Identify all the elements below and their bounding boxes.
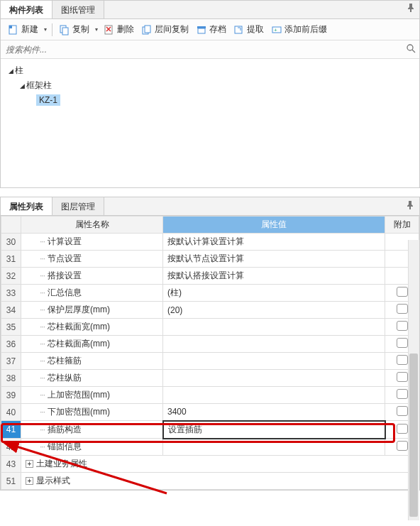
table-group-row[interactable]: 43+土建业务属性 [1,456,419,473]
expand-icon[interactable]: + [26,460,33,468]
svg-rect-2 [62,28,68,35]
new-label: 新建 [21,23,38,35]
table-row[interactable]: 37···芯柱箍筋 [1,353,419,370]
tab-layer-manage[interactable]: 图层管理 [52,197,104,215]
group-label-cell[interactable]: +土建业务属性 [21,456,419,473]
property-name-cell[interactable]: ···上加密范围(mm) [21,387,163,404]
checkbox[interactable] [397,406,408,416]
checkbox[interactable] [397,321,408,331]
scrollbar[interactable] [408,240,419,520]
table-row[interactable]: 31···节点设置按默认节点设置计算 [1,251,419,268]
header-name[interactable]: 属性名称 [21,217,163,234]
tab-drawing-manage[interactable]: 图纸管理 [52,1,104,18]
extract-icon [233,24,245,35]
copy-dropdown[interactable]: ▾ [94,26,99,33]
property-name-cell[interactable]: ···芯柱截面高(mm) [21,336,163,353]
property-value-cell[interactable] [163,353,385,370]
extract-button[interactable]: 提取 [231,22,267,37]
tab-component-list[interactable]: 构件列表 [1,1,52,18]
svg-rect-5 [145,26,150,33]
property-name-cell[interactable]: ···节点设置 [21,251,163,268]
new-icon [8,24,19,35]
property-name-cell[interactable]: ···计算设置 [21,234,163,251]
property-value-cell[interactable] [163,336,385,353]
property-value-cell[interactable]: 按默认搭接设置计算 [163,268,385,285]
checkbox[interactable] [397,441,408,451]
table-row[interactable]: 36···芯柱截面高(mm) [1,336,419,353]
table-row[interactable]: 34···保护层厚度(mm)(20) [1,302,419,319]
table-row[interactable]: 40···下加密范围(mm)3400 [1,404,419,421]
archive-button[interactable]: 存档 [193,22,229,37]
row-num: 30 [1,234,21,251]
checkbox[interactable] [397,424,408,434]
tree-node-column[interactable]: ◢ 柱 [6,63,414,78]
delete-icon [104,24,115,35]
table-row[interactable]: 38···芯柱纵筋 [1,370,419,387]
header-row-num [1,217,21,234]
row-num: 40 [1,404,21,421]
property-value-cell[interactable]: (柱) [163,285,385,302]
extract-label: 提取 [247,23,264,35]
new-button[interactable]: 新建 [5,22,41,37]
checkbox[interactable] [397,372,408,382]
copy-label: 复制 [72,23,89,35]
checkbox[interactable] [397,287,408,297]
search-row [1,40,419,59]
table-row[interactable]: 35···芯柱截面宽(mm) [1,319,419,336]
delete-button[interactable]: 删除 [101,22,137,37]
property-value-cell[interactable] [163,319,385,336]
property-value-cell[interactable]: 按默认计算设置计算 [163,234,385,251]
row-num: 42 [1,439,21,456]
group-label-cell[interactable]: +显示样式 [21,473,419,490]
table-row[interactable]: 39···上加密范围(mm) [1,387,419,404]
tree-node-frame-column[interactable]: ◢ 框架柱 [6,78,414,93]
checkbox[interactable] [397,355,408,365]
copy-button[interactable]: 复制 [56,22,92,37]
tab-property-list[interactable]: 属性列表 [1,197,52,215]
table-row[interactable]: 33···汇总信息(柱) [1,285,419,302]
checkbox[interactable] [397,304,408,314]
table-row[interactable]: 32···搭接设置按默认搭接设置计算 [1,268,419,285]
scrollbar-thumb[interactable] [409,354,418,517]
table-group-row[interactable]: 51+显示样式 [1,473,419,490]
table-row[interactable]: 41···插筋构造设置插筋 [1,421,419,439]
property-name-cell[interactable]: ···插筋构造 [21,421,163,439]
prefix-suffix-label: 添加前后缀 [284,23,327,35]
property-value-cell[interactable]: 按默认节点设置计算 [163,251,385,268]
property-value-cell[interactable]: (20) [163,302,385,319]
property-value-cell[interactable] [163,387,385,404]
tree-node-kz1[interactable]: KZ-1 [6,93,414,107]
svg-line-12 [412,50,415,53]
property-value-cell[interactable]: 设置插筋 [163,421,385,439]
property-name-cell[interactable]: ···芯柱箍筋 [21,353,163,370]
property-name-cell[interactable]: ···汇总信息 [21,285,163,302]
header-extra[interactable]: 附加 [385,217,419,234]
header-value[interactable]: 属性值 [163,217,385,234]
expand-icon[interactable]: + [26,477,33,485]
row-num: 35 [1,319,21,336]
row-num: 33 [1,285,21,302]
prefix-suffix-button[interactable]: + 添加前后缀 [268,22,330,37]
checkbox[interactable] [397,389,408,399]
property-value-cell[interactable]: 3400 [163,404,385,421]
new-dropdown[interactable]: ▾ [43,26,48,33]
pin-icon[interactable] [406,3,417,14]
table-row[interactable]: 30···计算设置按默认计算设置计算 [1,234,419,251]
collapse-icon[interactable]: ◢ [18,82,26,89]
property-name-cell[interactable]: ···锚固信息 [21,439,163,456]
search-input[interactable] [4,43,405,57]
checkbox[interactable] [397,338,408,348]
property-name-cell[interactable]: ···保护层厚度(mm) [21,302,163,319]
property-value-cell[interactable] [163,370,385,387]
property-value-cell[interactable] [163,439,385,456]
property-name-cell[interactable]: ···芯柱纵筋 [21,370,163,387]
property-name-cell[interactable]: ···芯柱截面宽(mm) [21,319,163,336]
pin-icon[interactable] [405,200,416,212]
property-name-cell[interactable]: ···下加密范围(mm) [21,404,163,421]
collapse-icon[interactable]: ◢ [6,67,15,75]
delete-label: 删除 [117,23,134,35]
layer-copy-button[interactable]: 层间复制 [138,22,192,37]
table-row[interactable]: 42···锚固信息 [1,439,419,456]
search-icon[interactable] [405,43,416,55]
property-name-cell[interactable]: ···搭接设置 [21,268,163,285]
